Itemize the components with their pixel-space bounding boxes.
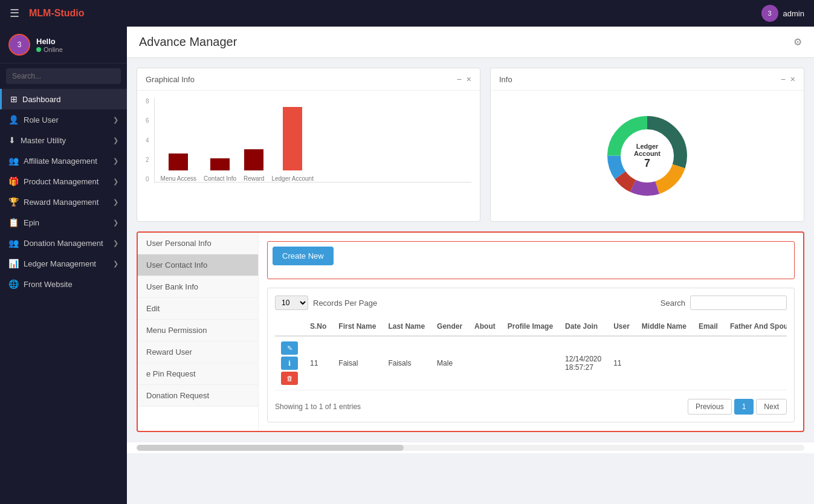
- epin-icon: 📋: [8, 218, 19, 227]
- chevron-icon: ❯: [113, 239, 118, 247]
- records-per-page: 10 25 50 100 Records Per Page: [275, 296, 377, 310]
- topnav: ☰ MLM-Studio 3 admin: [0, 0, 814, 27]
- sidebar-item-label: Dashboard: [22, 95, 61, 104]
- scrollbar[interactable]: [137, 445, 804, 451]
- minimize-info-icon[interactable]: −: [781, 74, 786, 84]
- right-content: Create New 10 25 50 100: [259, 233, 803, 431]
- scrollbar-thumb: [137, 445, 404, 451]
- sidebar-item-front-website[interactable]: 🌐 Front Website: [0, 274, 127, 294]
- sidebar-item-label: Donation Management: [24, 239, 103, 248]
- table-body: ✎ ℹ 🗑 11 Faisal Faisals Mal: [275, 336, 787, 390]
- page-1-button[interactable]: 1: [734, 399, 754, 415]
- minimize-icon[interactable]: −: [457, 74, 462, 84]
- delete-button[interactable]: 🗑: [281, 372, 298, 385]
- sidebar-item-label: Reward Management: [24, 198, 99, 207]
- bar-group-reward: Reward: [244, 149, 264, 182]
- gear-icon[interactable]: ⚙: [793, 36, 802, 48]
- col-gender: Gender: [431, 317, 468, 336]
- left-menu-item-personal[interactable]: User Personal Info: [138, 233, 258, 254]
- create-new-button[interactable]: Create New: [273, 247, 334, 265]
- master-utility-icon: ⬇: [8, 135, 16, 145]
- sidebar-item-role-user[interactable]: 👤 Role User ❯: [0, 109, 127, 130]
- bar-reward: [244, 149, 263, 170]
- donut-label: Ledger Account: [623, 143, 671, 157]
- affiliate-icon: 👥: [8, 156, 19, 166]
- edit-button[interactable]: ✎: [281, 341, 298, 355]
- table-head: S.No First Name Last Name Gender About P…: [275, 317, 787, 336]
- widget-header-graphical: Graphical Info − ×: [137, 68, 480, 91]
- status-dot: [36, 47, 41, 52]
- sidebar-user-details: Hello Online: [36, 37, 63, 53]
- table-scroll[interactable]: S.No First Name Last Name Gender About P…: [275, 317, 787, 390]
- table-container: 10 25 50 100 Records Per Page Search: [267, 288, 795, 422]
- ledger-icon: 📊: [8, 259, 19, 268]
- sidebar-item-ledger-management[interactable]: 📊 Ledger Management ❯: [0, 253, 127, 274]
- cell-email: [693, 336, 724, 390]
- widget-body-graphical: 8 6 4 2 0 Menu Access: [137, 91, 480, 190]
- bar-group-ledger: Ledger Account: [271, 107, 314, 182]
- cell-father-spouse: [724, 336, 787, 390]
- next-button[interactable]: Next: [756, 399, 787, 415]
- hamburger-icon[interactable]: ☰: [10, 7, 19, 20]
- left-menu-item-epin-request[interactable]: e Pin Request: [138, 363, 258, 385]
- widget-header-info: Info − ×: [491, 68, 804, 91]
- col-user: User: [607, 317, 636, 336]
- data-table: S.No First Name Last Name Gender About P…: [275, 317, 787, 390]
- info-button[interactable]: ℹ: [281, 357, 298, 370]
- username-label: admin: [783, 9, 804, 18]
- cell-last-name: Faisals: [382, 336, 431, 390]
- app-title: MLM-Studio: [29, 8, 85, 19]
- sidebar-item-reward-management[interactable]: 🏆 Reward Management ❯: [0, 192, 127, 212]
- chevron-icon: ❯: [113, 178, 118, 186]
- cell-first-name: Faisal: [332, 336, 382, 390]
- bar-label-contact: Contact Info: [204, 175, 236, 182]
- cell-gender: Male: [431, 336, 468, 390]
- sidebar-item-donation-management[interactable]: 👥 Donation Management ❯: [0, 233, 127, 253]
- records-label: Records Per Page: [313, 299, 377, 308]
- chevron-icon: ❯: [113, 157, 118, 165]
- info-widget: Info − ×: [490, 68, 804, 222]
- avatar: 3: [761, 5, 778, 22]
- status-label: Online: [44, 46, 63, 53]
- sidebar-item-epin[interactable]: 📋 Epin ❯: [0, 212, 127, 233]
- page-header: Advance Manager ⚙: [127, 27, 814, 58]
- sidebar-status: Online: [36, 46, 63, 53]
- sidebar-item-product-management[interactable]: 🎁 Product Management ❯: [0, 171, 127, 192]
- left-menu-item-contact[interactable]: User Contact Info: [138, 254, 258, 276]
- donut-center: Ledger Account 7: [623, 143, 671, 170]
- left-menu-item-reward-user[interactable]: Reward User: [138, 341, 258, 363]
- sidebar: 3 Hello Online ⊞ Dashboard 👤 Role User: [0, 27, 127, 504]
- table-row: ✎ ℹ 🗑 11 Faisal Faisals Mal: [275, 336, 787, 390]
- left-menu-item-donation-request[interactable]: Donation Request: [138, 385, 258, 407]
- left-menu-item-edit[interactable]: Edit: [138, 298, 258, 320]
- bar-label-ledger: Ledger Account: [271, 175, 314, 182]
- close-icon[interactable]: ×: [467, 74, 471, 84]
- bar-group-menu: Menu Access: [161, 153, 196, 182]
- sidebar-item-affiliate-management[interactable]: 👥 Affiliate Management ❯: [0, 150, 127, 171]
- close-info-icon[interactable]: ×: [790, 74, 795, 84]
- sidebar-item-label: Product Management: [24, 177, 99, 186]
- table-search-input[interactable]: [690, 296, 787, 310]
- chevron-icon: ❯: [113, 219, 118, 227]
- create-btn-container: Create New: [267, 241, 795, 279]
- table-header-row: S.No First Name Last Name Gender About P…: [275, 317, 787, 336]
- cell-profile-image: [502, 336, 559, 390]
- col-actions: [275, 317, 304, 336]
- previous-button[interactable]: Previous: [688, 399, 732, 415]
- widget-controls-info: − ×: [781, 74, 795, 84]
- sidebar-item-dashboard[interactable]: ⊞ Dashboard: [0, 89, 127, 109]
- left-menu-item-menu-permission[interactable]: Menu Permission: [138, 320, 258, 341]
- left-menu-item-bank[interactable]: User Bank Info: [138, 276, 258, 298]
- sidebar-item-label: Master Utility: [21, 136, 66, 145]
- records-select[interactable]: 10 25 50 100: [275, 296, 308, 310]
- cell-middle-name: [636, 336, 693, 390]
- donut-container: Ledger Account 7: [499, 98, 795, 214]
- search-input[interactable]: [6, 68, 121, 84]
- widget-controls: − ×: [457, 74, 471, 84]
- bar-group-contact: Contact Info: [204, 158, 236, 182]
- col-first-name: First Name: [332, 317, 382, 336]
- sidebar-item-master-utility[interactable]: ⬇ Master Utility ❯: [0, 130, 127, 150]
- sidebar-item-label: Epin: [24, 218, 39, 227]
- table-controls: 10 25 50 100 Records Per Page Search: [275, 296, 787, 310]
- sidebar-search-container: [0, 63, 127, 89]
